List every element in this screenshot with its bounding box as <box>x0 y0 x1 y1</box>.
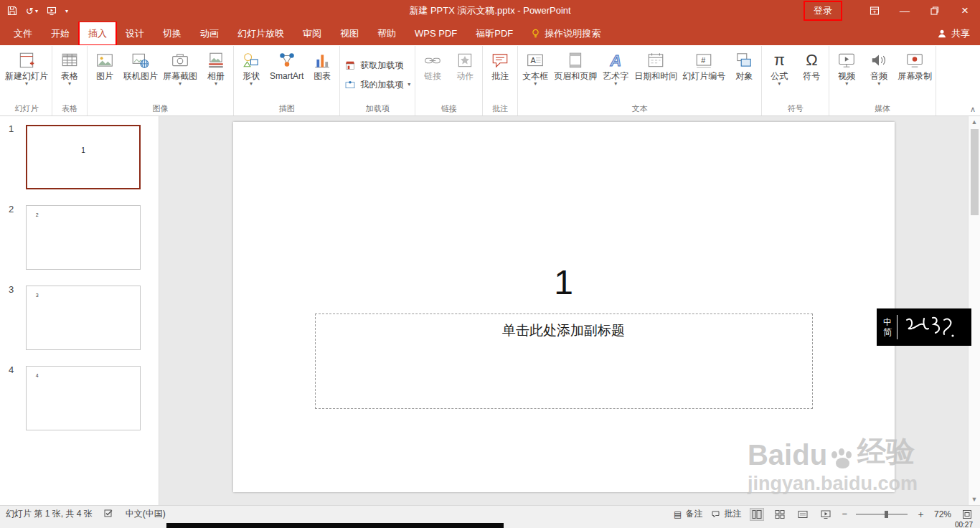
notes-toggle[interactable]: ▤ 备注 <box>674 508 702 520</box>
scroll-down-icon[interactable]: ▼ <box>971 496 978 503</box>
ribbon-button-chart[interactable]: 图表 <box>306 47 338 103</box>
ribbon-button-slide-number[interactable]: # 幻灯片编号 <box>680 47 727 103</box>
undo-button[interactable]: ↺ ▾ <box>26 6 38 16</box>
tab-design[interactable]: 设计 <box>116 22 154 45</box>
chevron-down-icon: ▾ <box>215 81 217 87</box>
normal-view-button[interactable] <box>750 508 764 521</box>
ribbon-button-screenshot[interactable]: 屏幕截图 ▾ <box>161 47 199 103</box>
close-button[interactable]: × <box>950 0 980 22</box>
button-label: 日期和时间 <box>634 71 677 81</box>
symbol-omega-icon: Ω <box>806 50 817 71</box>
minimize-button[interactable]: — <box>890 0 920 22</box>
collapse-ribbon-icon[interactable]: ∧ <box>970 105 976 114</box>
ribbon-group-symbols: π 公式 ▾ Ω 符号 符号 <box>762 46 829 116</box>
title-bar-controls: 登录 — × <box>805 0 980 22</box>
reading-view-button[interactable] <box>796 508 810 521</box>
tab-slideshow[interactable]: 幻灯片放映 <box>228 22 293 45</box>
ribbon-button-action[interactable]: 动作 <box>449 47 481 103</box>
save-button[interactable] <box>7 6 17 16</box>
zoom-out-button[interactable]: − <box>842 509 847 519</box>
slide-title-text[interactable]: 1 <box>233 263 895 302</box>
tab-view[interactable]: 视图 <box>331 22 368 45</box>
tell-me-search[interactable]: 操作说明搜索 <box>522 22 609 45</box>
start-slideshow-button[interactable] <box>47 6 57 16</box>
subtitle-placeholder[interactable]: 单击此处添加副标题 <box>315 314 813 409</box>
video-icon <box>837 50 856 71</box>
group-label-images: 图像 <box>89 103 232 116</box>
zoom-percentage[interactable]: 72% <box>934 509 951 519</box>
slide-thumbnail-3[interactable]: 3 <box>26 286 141 350</box>
thumbnail-number: 4 <box>9 364 14 375</box>
button-label: 联机图片 <box>123 71 158 81</box>
ribbon-button-video[interactable]: 视频 ▾ <box>831 47 862 103</box>
ribbon-button-comment[interactable]: 批注 <box>484 47 516 103</box>
customize-qat-button[interactable]: ▾ <box>65 8 68 14</box>
fit-slide-to-window-button[interactable] <box>960 508 974 521</box>
language-indicator[interactable]: 中文(中国) <box>126 508 166 520</box>
button-label: 视频 <box>838 71 855 81</box>
notes-icon: ▤ <box>674 509 682 519</box>
tab-home[interactable]: 开始 <box>42 22 79 45</box>
author-logo-badge: 中 简 <box>877 308 971 346</box>
slide-number-icon: # <box>694 50 713 71</box>
ribbon-group-addins: 获取加载项 我的加载项 ▾ 加载项 <box>340 46 415 116</box>
shapes-icon <box>242 50 260 71</box>
tab-file[interactable]: 文件 <box>4 22 42 45</box>
spell-check-button[interactable] <box>104 509 114 519</box>
tab-animations[interactable]: 动画 <box>191 22 228 45</box>
ribbon-button-symbol[interactable]: Ω 符号 <box>796 47 827 103</box>
button-label: 表格 <box>61 71 78 81</box>
tab-transitions[interactable]: 切换 <box>154 22 191 45</box>
thumbnail-number: 3 <box>9 284 14 295</box>
ribbon-button-wordart[interactable]: A 艺术字 ▾ <box>600 47 631 103</box>
scrollbar-thumb[interactable] <box>971 129 979 215</box>
thumbnail-content: 2 <box>36 212 39 217</box>
ribbon-button-smartart[interactable]: SmartArt <box>268 47 306 103</box>
zoom-slider[interactable] <box>856 514 908 515</box>
ribbon-button-date-time[interactable]: 日期和时间 <box>632 47 679 103</box>
tab-review[interactable]: 审阅 <box>293 22 331 45</box>
share-button[interactable]: 共享 <box>937 22 970 45</box>
restore-icon <box>930 6 939 15</box>
group-label-comments: 批注 <box>484 103 516 116</box>
ribbon-button-pictures[interactable]: 图片 <box>89 47 121 103</box>
ribbon-group-text: A 文本框 ▾ 页眉和页脚 A 艺术字 ▾ <box>518 46 762 116</box>
button-label: SmartArt <box>270 71 303 81</box>
equation-pi-icon: π <box>774 50 785 71</box>
my-addins-icon <box>344 79 356 90</box>
ribbon-button-new-slide[interactable]: 新建幻灯片 ▾ <box>3 47 50 103</box>
scroll-up-icon[interactable]: ▲ <box>971 118 978 126</box>
ribbon-button-header-footer[interactable]: 页眉和页脚 <box>552 47 599 103</box>
zoom-in-button[interactable]: ＋ <box>916 508 925 521</box>
comments-toggle[interactable]: 批注 <box>711 508 741 520</box>
ribbon-button-object[interactable]: 对象 <box>728 47 760 103</box>
zoom-slider-thumb[interactable] <box>885 511 888 518</box>
ribbon-button-photo-album[interactable]: 相册 ▾ <box>200 47 232 103</box>
restore-button[interactable] <box>920 0 950 22</box>
ribbon-group-illustrations: 形状 ▾ SmartArt 图表 插图 <box>234 46 340 116</box>
slideshow-view-button[interactable] <box>819 508 833 521</box>
slide-thumbnail-1[interactable]: 1 <box>26 125 141 189</box>
ribbon-button-my-addins[interactable]: 我的加载项 ▾ <box>344 79 410 91</box>
slide-sorter-view-button[interactable] <box>773 508 787 521</box>
ribbon-button-link[interactable]: 链接 <box>417 47 448 103</box>
tab-help[interactable]: 帮助 <box>368 22 405 45</box>
tab-wps-pdf[interactable]: WPS PDF <box>405 22 466 45</box>
slide-thumbnail-2[interactable]: 2 <box>26 205 141 270</box>
slide-thumbnail-4[interactable]: 4 <box>26 366 141 430</box>
ribbon-button-shapes[interactable]: 形状 ▾ <box>235 47 267 103</box>
powerpoint-window: ↺ ▾ ▾ 新建 PPTX 演示文稿.pptx - PowerPoint 登录 … <box>0 0 980 528</box>
ribbon-display-options-button[interactable] <box>859 0 890 22</box>
thumbnail-content: 4 <box>36 373 39 378</box>
ribbon-button-equation[interactable]: π 公式 ▾ <box>763 47 795 103</box>
online-pictures-icon <box>131 50 150 71</box>
ribbon-button-get-addins[interactable]: 获取加载项 <box>344 60 410 72</box>
ribbon-button-screen-recording[interactable]: 屏幕录制 <box>895 47 934 103</box>
tab-foxit-pdf[interactable]: 福昕PDF <box>466 22 522 45</box>
ribbon-button-online-pictures[interactable]: 联机图片 <box>121 47 160 103</box>
ribbon-button-table[interactable]: 表格 ▾ <box>54 47 85 103</box>
login-button[interactable]: 登录 <box>805 2 841 19</box>
tab-insert[interactable]: 插入 <box>79 22 116 45</box>
ribbon-button-audio[interactable]: 音频 ▾ <box>863 47 895 103</box>
ribbon-button-text-box[interactable]: A 文本框 ▾ <box>519 47 551 103</box>
